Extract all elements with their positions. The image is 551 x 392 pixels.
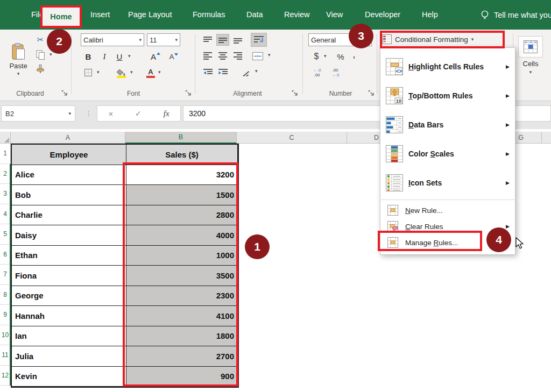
cell-a10[interactable]: Ian [12, 326, 126, 347]
column-header-b[interactable]: B [125, 132, 237, 144]
cell-a12[interactable]: Kevin [12, 367, 126, 387]
font-name-select[interactable]: Calibri ▾ [81, 33, 144, 46]
cell-b7[interactable]: 3500 [126, 266, 238, 286]
align-top-button[interactable] [201, 34, 214, 46]
menu-item-icon-sets[interactable]: Icon Sets ▶ [380, 168, 515, 197]
column-header-h[interactable] [542, 132, 551, 144]
borders-chevron-icon[interactable]: ▾ [97, 70, 100, 75]
column-header-a[interactable]: A [11, 132, 125, 144]
cell-b10[interactable]: 1800 [126, 326, 238, 347]
menu-item-data-bars[interactable]: Data Bars ▶ [380, 110, 515, 139]
fill-color-chevron-icon[interactable]: ▾ [130, 70, 133, 75]
clipboard-dialog-launcher[interactable] [61, 90, 68, 96]
alignment-dialog-launcher[interactable] [292, 90, 298, 96]
conditional-formatting-button[interactable]: Conditional Formatting ▾ [382, 32, 503, 46]
cancel-icon[interactable]: × [108, 109, 113, 118]
menu-item-highlight-cells-rules[interactable]: <> Highlight Cells Rules ▶ [380, 52, 515, 81]
merge-center-button[interactable] [250, 49, 266, 63]
row-header[interactable]: 2 [0, 164, 11, 184]
merge-chevron-icon[interactable]: ▾ [268, 53, 271, 58]
cell-b3[interactable]: 1500 [126, 185, 238, 205]
column-header-c[interactable]: C [237, 132, 347, 144]
percent-style-button[interactable]: % [335, 50, 347, 63]
cell-a2[interactable]: Alice [12, 165, 126, 186]
menu-item-color-scales[interactable]: Color Scales ▶ [380, 139, 515, 168]
copy-chevron-icon[interactable]: ▾ [50, 52, 52, 57]
align-middle-button[interactable] [216, 34, 229, 46]
font-dialog-launcher[interactable] [185, 90, 192, 96]
tab-home-active[interactable]: Home [40, 5, 82, 28]
orientation-chevron-icon[interactable]: ▾ [255, 69, 258, 74]
currency-chevron-icon[interactable]: ▾ [324, 54, 327, 59]
fill-color-button[interactable] [114, 66, 128, 80]
cell-b2-active[interactable]: 3200 [126, 165, 238, 186]
row-header[interactable]: 8 [0, 285, 11, 305]
format-painter-button[interactable] [34, 63, 46, 75]
cell-b8[interactable]: 2300 [126, 286, 238, 307]
menu-item-top-bottom-rules[interactable]: 10 Top/Bottom Rules ▶ [380, 81, 515, 110]
shrink-font-button[interactable]: A [167, 50, 181, 63]
comma-style-button[interactable]: , [350, 48, 358, 61]
decrease-indent-button[interactable] [201, 66, 214, 78]
font-color-chevron-icon[interactable]: ▾ [158, 70, 161, 75]
paste-button[interactable]: Paste ▾ [5, 34, 31, 85]
underline-chevron-icon[interactable]: ▾ [128, 54, 131, 59]
tell-me-search[interactable]: Tell me what you [481, 0, 551, 30]
cell-b9[interactable]: 4100 [126, 306, 238, 326]
grow-font-button[interactable]: A [149, 50, 163, 63]
number-dialog-launcher[interactable] [368, 90, 375, 96]
cell-a7[interactable]: Fiona [12, 266, 126, 286]
cells-button[interactable]: Cells ▾ [518, 32, 543, 79]
align-left-button[interactable] [201, 50, 214, 62]
cell-a4[interactable]: Charlie [12, 205, 126, 226]
cell-a9[interactable]: Hannah [12, 306, 126, 326]
cell-b4[interactable]: 2800 [126, 205, 238, 226]
row-header[interactable]: 3 [0, 184, 11, 204]
decrease-decimal-button[interactable]: .00 →.0 [328, 66, 342, 79]
row-header[interactable]: 7 [0, 265, 11, 285]
copy-button[interactable] [34, 49, 46, 61]
wrap-text-button[interactable] [251, 33, 267, 47]
cut-button[interactable]: ✂ [34, 34, 46, 46]
formula-bar-splitter[interactable]: ⋮ [85, 109, 92, 117]
tab-developer[interactable]: Developer [365, 0, 400, 30]
bold-button[interactable]: B [82, 50, 95, 63]
row-header[interactable]: 12 [0, 366, 11, 386]
row-header[interactable]: 4 [0, 204, 11, 225]
tab-data[interactable]: Data [246, 0, 263, 30]
font-color-button[interactable]: A [144, 66, 157, 80]
tab-review[interactable]: Review [284, 0, 310, 30]
borders-button[interactable] [82, 66, 95, 79]
select-all-corner[interactable] [0, 132, 11, 144]
cell-b1[interactable]: Sales ($) [126, 145, 238, 165]
row-header[interactable]: 11 [0, 345, 11, 366]
row-header[interactable]: 9 [0, 305, 11, 325]
underline-button[interactable]: U [113, 50, 126, 63]
cell-b12[interactable]: 900 [126, 367, 238, 387]
increase-decimal-button[interactable]: ←.0 .00 [310, 66, 324, 79]
italic-button[interactable]: I [98, 50, 111, 63]
align-right-button[interactable] [231, 50, 244, 62]
row-header[interactable]: 10 [0, 325, 11, 346]
align-bottom-button[interactable] [231, 34, 244, 46]
row-header[interactable]: 6 [0, 245, 11, 265]
insert-function-icon[interactable]: fx [164, 109, 169, 118]
tab-page-layout[interactable]: Page Layout [128, 0, 172, 30]
name-box[interactable]: B2 ▾ [1, 105, 75, 122]
orientation-button[interactable] [239, 65, 254, 79]
tab-help[interactable]: Help [422, 0, 438, 30]
increase-indent-button[interactable] [216, 66, 229, 78]
cell-a6[interactable]: Ethan [12, 246, 126, 266]
cell-a5[interactable]: Daisy [12, 225, 126, 246]
cell-b11[interactable]: 2700 [126, 346, 238, 367]
cell-a8[interactable]: George [12, 286, 126, 307]
menu-item-new-rule[interactable]: New Rule... [380, 202, 515, 218]
font-size-select[interactable]: 11 ▾ [147, 33, 180, 46]
tab-formulas[interactable]: Formulas [193, 0, 225, 30]
cell-b6[interactable]: 1000 [126, 246, 238, 266]
tab-view[interactable]: View [326, 0, 343, 30]
row-header[interactable]: 1 [0, 144, 11, 164]
enter-icon[interactable]: ✓ [135, 109, 142, 118]
cell-a11[interactable]: Julia [12, 346, 126, 367]
cell-b5[interactable]: 4000 [126, 225, 238, 246]
